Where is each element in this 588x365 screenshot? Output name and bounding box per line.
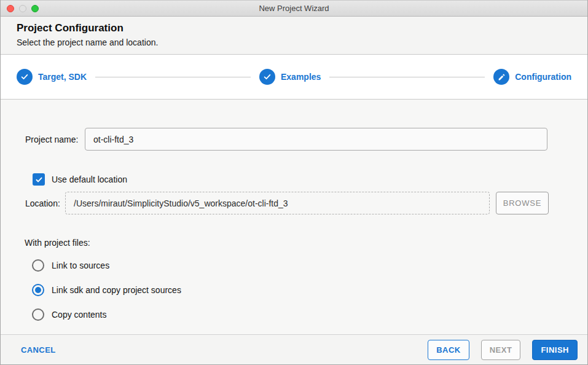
footer-buttons: BACK NEXT FINISH [428,340,578,360]
step-configuration[interactable]: Configuration [493,69,571,85]
window-title: New Project Wizard [259,4,329,13]
pencil-icon [493,69,509,85]
check-icon [259,69,275,85]
radio-icon[interactable] [32,259,44,272]
title-bar: New Project Wizard [1,0,587,17]
back-button[interactable]: BACK [428,340,469,360]
wizard-stepper: Target, SDK Examples Configuration [1,55,587,100]
wizard-footer: CANCEL BACK NEXT FINISH [1,334,587,364]
new-project-wizard-window: New Project Wizard Project Configuration… [0,0,588,365]
page-subtitle: Select the project name and location. [17,37,571,47]
step-label: Examples [281,72,321,82]
check-icon [17,69,33,85]
step-label: Configuration [515,72,571,82]
stepper-connector [95,77,251,77]
close-window-button[interactable] [7,5,14,12]
cancel-button[interactable]: CANCEL [21,345,56,355]
browse-button[interactable]: BROWSE [496,192,549,214]
radio-label: Link to sources [52,261,109,270]
use-default-location-label: Use default location [52,175,127,184]
radio-label: Link sdk and copy project sources [52,285,181,295]
finish-button[interactable]: FINISH [532,340,578,360]
radio-selected-icon[interactable] [32,284,44,296]
radio-link-sdk-copy-sources[interactable]: Link sdk and copy project sources [32,283,587,297]
radio-link-to-sources[interactable]: Link to sources [32,259,587,272]
use-default-location-row[interactable]: Use default location [33,173,587,186]
use-default-location-checkbox[interactable] [33,173,45,186]
radio-icon[interactable] [32,308,44,321]
stepper-connector [329,77,485,77]
step-label: Target, SDK [38,72,87,82]
with-project-files-label: With project files: [25,238,587,248]
project-name-row: Project name: [25,128,587,151]
radio-label: Copy contents [52,310,107,320]
radio-copy-contents[interactable]: Copy contents [32,308,587,321]
project-name-label: Project name: [25,135,85,144]
location-row: Location: BROWSE [25,192,587,214]
step-examples[interactable]: Examples [259,69,321,85]
next-button: NEXT [481,340,521,360]
configuration-form: Project name: Use default location Locat… [1,100,587,334]
location-label: Location: [25,198,65,208]
zoom-window-button[interactable] [31,5,39,12]
minimize-window-button [19,5,26,12]
traffic-lights [7,1,39,16]
location-input [65,192,490,214]
page-title: Project Configuration [17,22,571,34]
step-target-sdk[interactable]: Target, SDK [17,69,87,85]
wizard-header: Project Configuration Select the project… [1,17,587,55]
project-name-input[interactable] [85,128,547,151]
